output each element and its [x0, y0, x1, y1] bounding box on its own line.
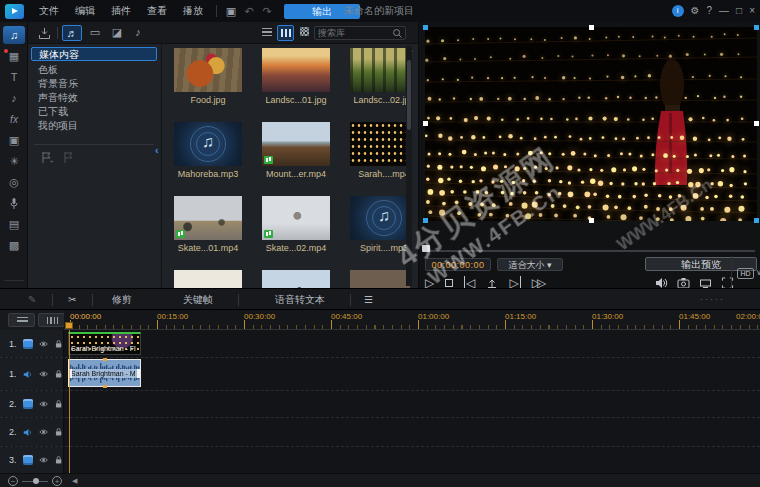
transform-handle-bl[interactable]	[423, 218, 428, 223]
speech-to-text-button[interactable]: 语音转文本	[275, 289, 325, 311]
category-sound-fx[interactable]: 声音特效	[31, 91, 157, 105]
media-thumb[interactable]	[350, 270, 410, 288]
subtitle-room-icon[interactable]: ▩	[3, 236, 25, 254]
voiceover-mic-icon[interactable]	[3, 194, 25, 212]
media-thumb[interactable]	[174, 270, 242, 288]
media-thumb-landscape1[interactable]	[262, 48, 330, 92]
playhead-handle[interactable]	[65, 322, 73, 329]
category-media-content[interactable]: 媒体内容	[31, 47, 157, 61]
panel-resize-handle[interactable]: ·····	[700, 298, 722, 301]
eye-icon[interactable]	[39, 339, 48, 349]
particle-room-icon[interactable]: ✳	[3, 152, 25, 170]
search-input[interactable]	[315, 28, 392, 38]
menu-plugins[interactable]: 插件	[103, 0, 139, 22]
scrollbar-thumb[interactable]	[407, 60, 411, 130]
zoom-slider-handle[interactable]	[33, 478, 39, 484]
media-thumb[interactable]	[262, 270, 330, 288]
transform-handle-tc[interactable]	[589, 25, 594, 30]
add-tag-flag-icon[interactable]: +	[40, 150, 56, 166]
filter-photo-button[interactable]: ◪	[107, 25, 127, 41]
preview-video[interactable]	[425, 27, 757, 221]
transform-handle-mr[interactable]	[754, 121, 759, 126]
lock-icon[interactable]	[54, 338, 63, 350]
lock-icon[interactable]	[54, 368, 63, 380]
minimize-button[interactable]: —	[719, 0, 729, 22]
list-options-icon[interactable]: ☰	[364, 289, 373, 311]
list-view-button[interactable]	[258, 25, 275, 41]
media-thumb-audio[interactable]: ♫	[350, 196, 410, 240]
media-thumb-mountain[interactable]	[262, 122, 330, 166]
transform-handle-tl[interactable]	[423, 25, 428, 30]
templates-room-icon[interactable]: ▦	[3, 47, 25, 65]
track-manager-button[interactable]	[8, 313, 35, 327]
lock-icon[interactable]	[54, 426, 63, 438]
keyframe-marker[interactable]	[103, 385, 107, 388]
filter-all-media-button[interactable]: ♬	[62, 25, 82, 41]
media-room-icon[interactable]: ♫	[3, 26, 25, 44]
media-thumb-skate2[interactable]	[262, 196, 330, 240]
seek-handle[interactable]	[422, 245, 430, 252]
edit-tag-flag-icon[interactable]	[62, 150, 78, 166]
transform-handle-tr[interactable]	[754, 25, 759, 30]
draw-pencil-icon[interactable]: ✎	[28, 289, 36, 311]
library-scrollbar[interactable]	[406, 46, 412, 286]
menu-edit[interactable]: 编辑	[67, 0, 103, 22]
transform-handle-ml[interactable]	[423, 121, 428, 126]
settings-gear-icon[interactable]: ⚙	[691, 0, 700, 22]
zoom-slider[interactable]	[22, 481, 48, 482]
undo-icon[interactable]: ↶	[240, 0, 258, 22]
timeline-video-clip[interactable]: Sarah Brightman - Fl	[68, 332, 141, 355]
lock-icon[interactable]	[54, 398, 63, 410]
import-media-button[interactable]	[34, 25, 54, 41]
effects-room-icon[interactable]: fx	[3, 110, 25, 128]
category-bg-music[interactable]: 背景音乐	[31, 77, 157, 91]
trim-button[interactable]: 修剪	[112, 289, 132, 311]
media-thumb-landscape2[interactable]	[350, 48, 410, 92]
mask-room-icon[interactable]: ◎	[3, 173, 25, 191]
close-button[interactable]: ×	[749, 0, 755, 22]
quality-chevron-icon[interactable]: ∨	[756, 268, 760, 277]
detail-view-button[interactable]	[277, 25, 294, 41]
media-thumb-audio[interactable]: ♫	[174, 122, 242, 166]
category-color-boards[interactable]: 色板	[31, 63, 157, 77]
save-project-icon[interactable]: ▣	[222, 0, 240, 22]
split-scissors-icon[interactable]: ✂	[68, 289, 76, 311]
media-thumb-candles[interactable]: ✓	[350, 122, 410, 166]
collapse-panel-chevron[interactable]: ‹	[155, 144, 159, 156]
zoom-in-button[interactable]: +	[52, 476, 62, 486]
audio-room-icon[interactable]: ♪	[3, 89, 25, 107]
eye-icon[interactable]	[39, 369, 48, 379]
menu-file[interactable]: 文件	[31, 0, 67, 22]
scroll-left-icon[interactable]: ◀	[72, 477, 77, 485]
category-my-projects[interactable]: 我的项目	[31, 119, 157, 133]
timeline-ruler[interactable]: 00:00:00 00:15:00 00:30:00 00:45:00 01:0…	[64, 310, 760, 330]
keyframe-button[interactable]: 关键帧	[183, 289, 213, 311]
help-button[interactable]: ?	[707, 0, 713, 22]
media-thumb-food[interactable]	[174, 48, 242, 92]
overlay-room-icon[interactable]: ▣	[3, 131, 25, 149]
redo-icon[interactable]: ↷	[258, 0, 276, 22]
transform-handle-br[interactable]	[754, 218, 759, 223]
filter-video-button[interactable]: ▭	[85, 25, 105, 41]
thumbnail-view-button[interactable]	[296, 25, 312, 41]
seek-bar[interactable]	[425, 250, 755, 252]
media-thumb-skate1[interactable]	[174, 196, 242, 240]
category-downloaded[interactable]: 已下载	[31, 105, 157, 119]
keyframe-marker[interactable]	[103, 358, 107, 361]
zoom-fit-dropdown[interactable]: 适合大小 ▾	[497, 258, 563, 271]
menu-view[interactable]: 查看	[139, 0, 175, 22]
eye-icon[interactable]	[39, 427, 48, 437]
clip-trim-handle-right[interactable]	[137, 369, 140, 378]
account-icon[interactable]: i	[672, 5, 684, 17]
lock-icon[interactable]	[54, 454, 63, 466]
eye-icon[interactable]	[39, 399, 48, 409]
zoom-out-button[interactable]: −	[8, 476, 18, 486]
menu-play[interactable]: 播放	[175, 0, 211, 22]
transform-handle-bc[interactable]	[589, 218, 594, 223]
stop-button[interactable]	[445, 279, 453, 287]
eye-icon[interactable]	[39, 455, 48, 465]
marker-button[interactable]	[38, 313, 65, 327]
preview-quality-badge[interactable]: HD	[737, 268, 754, 279]
timeline-audio-clip[interactable]: Sarah Brightman - M	[68, 359, 141, 387]
filter-audio-button[interactable]: ♪	[129, 25, 147, 41]
